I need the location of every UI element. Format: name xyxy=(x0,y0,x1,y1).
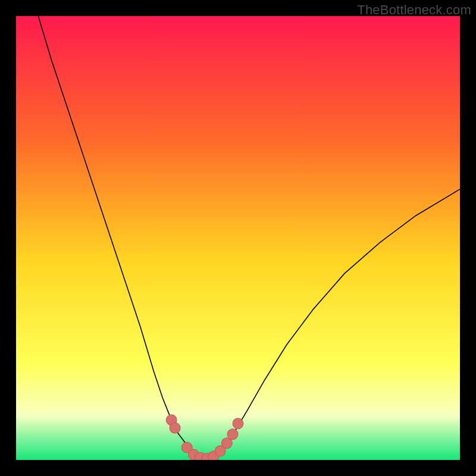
chart-frame: TheBottleneck.com xyxy=(0,0,476,476)
data-marker xyxy=(227,429,238,440)
data-marker xyxy=(170,422,180,433)
data-marker xyxy=(233,418,243,429)
gradient-background xyxy=(16,16,460,460)
plot-area xyxy=(16,16,460,460)
bottleneck-curve-chart xyxy=(16,16,460,460)
